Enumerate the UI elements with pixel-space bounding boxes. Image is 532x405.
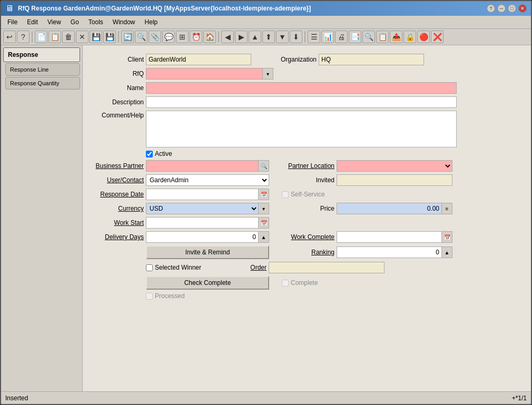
tb-attach-icon[interactable]: 📎 xyxy=(149,31,161,43)
menu-edit[interactable]: Edit xyxy=(23,17,42,27)
invited-input[interactable] xyxy=(337,174,452,186)
bp-lookup-btn[interactable]: 🔍 xyxy=(259,160,269,172)
workstart-row: Work Start 📅 xyxy=(91,217,523,229)
invite-ranking-row: Invite & Remind Ranking ▲ xyxy=(91,245,523,259)
sidebar-tab-response-qty[interactable]: Response Quantity xyxy=(5,77,80,90)
help-btn[interactable]: ? xyxy=(487,4,495,13)
active-group: Active xyxy=(91,150,172,157)
currency-input-group: USD ▾ xyxy=(146,203,269,214)
rfq-lookup-btn[interactable]: ▾ xyxy=(263,68,273,80)
active-checkbox[interactable] xyxy=(146,151,153,157)
tb-copy-icon[interactable]: 📋 xyxy=(48,31,61,43)
respdate-input[interactable] xyxy=(146,189,259,200)
rfq-input[interactable] xyxy=(146,68,263,80)
close-btn[interactable]: ✕ xyxy=(518,4,527,13)
menu-tools[interactable]: Tools xyxy=(84,17,107,27)
tb-cancel-icon[interactable]: ✕ xyxy=(76,31,88,43)
restore-btn[interactable]: □ xyxy=(508,4,516,13)
processed-label: Processed xyxy=(155,292,185,300)
tb-new-icon[interactable]: 📄 xyxy=(35,31,47,43)
comment-textarea[interactable] xyxy=(146,111,457,147)
tb-red-icon[interactable]: 🔴 xyxy=(417,31,430,43)
tb-search-icon[interactable]: 🔍 xyxy=(135,31,147,43)
tb-home-icon[interactable]: 🏠 xyxy=(203,31,216,43)
tb-next-icon[interactable]: ▶ xyxy=(235,31,248,43)
tb-grid-icon[interactable]: ⊞ xyxy=(176,31,189,43)
processed-checkbox[interactable] xyxy=(146,293,153,300)
delivdays-input[interactable] xyxy=(146,231,259,243)
minimize-btn[interactable]: ─ xyxy=(497,4,506,13)
tb-print-icon[interactable]: 🖨 xyxy=(335,31,348,43)
tb-save-icon[interactable]: 💾 xyxy=(90,31,102,43)
winner-order-row: Selected Winner Order xyxy=(91,262,523,273)
winner-checkbox-row: Selected Winner xyxy=(146,264,201,271)
name-input[interactable] xyxy=(146,82,457,94)
tb-close-icon[interactable]: ❌ xyxy=(431,31,444,43)
tb-chat-icon[interactable]: 💬 xyxy=(162,31,175,43)
currency-group: Currency USD ▾ xyxy=(91,203,269,214)
workcomplete-cal-btn[interactable]: 📅 xyxy=(442,231,452,243)
description-label: Description xyxy=(91,98,144,106)
tb-clock-icon[interactable]: ⏰ xyxy=(190,31,202,43)
status-bar: Inserted +*1/1 xyxy=(1,391,531,404)
client-input[interactable] xyxy=(146,54,251,65)
delivdays-label: Delivery Days xyxy=(91,233,144,241)
partner-location-select[interactable] xyxy=(337,160,452,172)
tb-chart-icon[interactable]: 📊 xyxy=(321,31,334,43)
client-org-row: Client Organization xyxy=(91,54,523,65)
org-input[interactable] xyxy=(319,54,424,65)
menu-go[interactable]: Go xyxy=(66,17,83,27)
menu-file[interactable]: File xyxy=(3,17,22,27)
user-group: User/Contact GardenAdmin xyxy=(91,174,269,186)
rfq-input-group: ▾ xyxy=(146,68,273,80)
workstart-input[interactable] xyxy=(146,217,259,229)
order-input[interactable] xyxy=(269,262,385,273)
check-complete-button[interactable]: Check Complete xyxy=(146,276,269,290)
tb-down2-icon[interactable]: ⬇ xyxy=(290,31,302,43)
menu-window[interactable]: Window xyxy=(109,17,140,27)
menu-view[interactable]: View xyxy=(43,17,65,27)
currency-select[interactable]: USD xyxy=(146,203,259,214)
tb-workflow-icon[interactable]: 📤 xyxy=(390,31,402,43)
tb-up2-icon[interactable]: ⬆ xyxy=(262,31,275,43)
description-input[interactable] xyxy=(146,96,457,108)
ranking-btn[interactable]: ▲ xyxy=(442,246,452,258)
sidebar-tab-response-line[interactable]: Response Line xyxy=(5,63,80,76)
tb-detail-icon[interactable]: ☰ xyxy=(308,31,320,43)
price-btn[interactable]: ≡ xyxy=(442,203,452,214)
invite-remind-button[interactable]: Invite & Remind xyxy=(146,245,269,259)
menu-bar: File Edit View Go Tools Window Help xyxy=(1,16,531,29)
complete-checkbox[interactable] xyxy=(282,280,289,287)
tb-zoom-icon[interactable]: 🔍 xyxy=(362,31,375,43)
workcomplete-input[interactable] xyxy=(337,231,442,243)
workstart-cal-btn[interactable]: 📅 xyxy=(259,217,269,229)
respdate-group: Response Date 📅 xyxy=(91,189,269,200)
workstart-label: Work Start xyxy=(91,219,144,226)
workcomplete-input-group: 📅 xyxy=(337,231,452,243)
tb-help-icon[interactable]: ? xyxy=(17,31,29,43)
invite-group: Invite & Remind xyxy=(91,245,269,259)
tb-down-icon[interactable]: ▼ xyxy=(276,31,289,43)
winner-checkbox[interactable] xyxy=(146,264,153,271)
currency-btn[interactable]: ▾ xyxy=(259,203,269,214)
user-select[interactable]: GardenAdmin xyxy=(146,174,269,186)
tb-delete-icon[interactable]: 🗑 xyxy=(62,31,75,43)
price-input[interactable] xyxy=(337,203,442,214)
tb-up-icon[interactable]: ▲ xyxy=(249,31,261,43)
ranking-input[interactable] xyxy=(337,246,442,258)
tb-save2-icon[interactable]: 💾 xyxy=(103,31,116,43)
tb-print2-icon[interactable]: 📑 xyxy=(349,31,361,43)
menu-help[interactable]: Help xyxy=(141,17,162,27)
selfservice-label: Self-Service xyxy=(291,191,325,198)
tb-lock-icon[interactable]: 🔒 xyxy=(403,31,416,43)
bp-input[interactable] xyxy=(146,160,259,172)
respdate-cal-btn[interactable]: 📅 xyxy=(259,189,269,200)
delivdays-btn[interactable]: ▲ xyxy=(259,231,269,243)
tb-request-icon[interactable]: 📋 xyxy=(376,31,389,43)
selfservice-checkbox[interactable] xyxy=(282,191,289,198)
tb-back-icon[interactable]: ↩ xyxy=(3,31,16,43)
sidebar-tab-response[interactable]: Response xyxy=(3,47,80,62)
tb-prev-icon[interactable]: ◀ xyxy=(221,31,234,43)
complete-checkbox-row: Complete xyxy=(282,279,318,287)
tb-refresh-icon[interactable]: 🔄 xyxy=(121,31,134,43)
